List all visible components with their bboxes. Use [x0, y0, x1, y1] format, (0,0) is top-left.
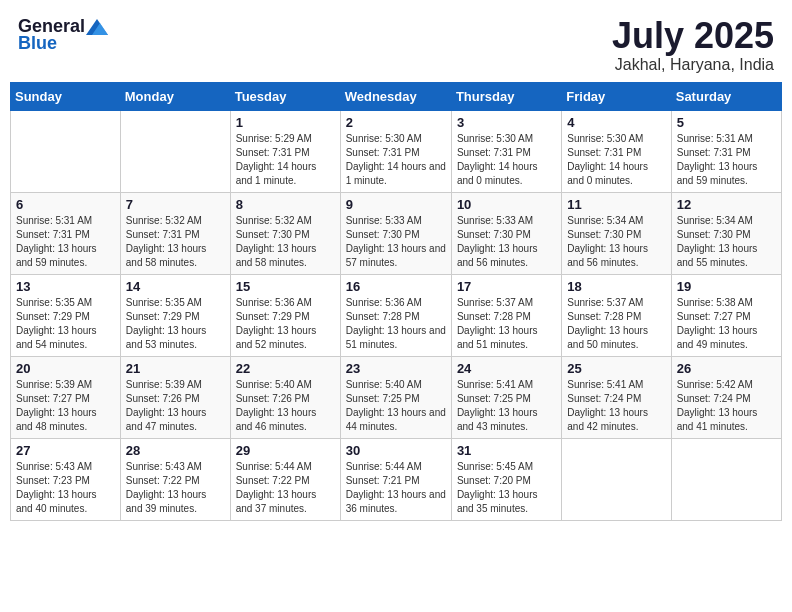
calendar-week-1: 1Sunrise: 5:29 AM Sunset: 7:31 PM Daylig… [11, 110, 782, 192]
calendar-body: 1Sunrise: 5:29 AM Sunset: 7:31 PM Daylig… [11, 110, 782, 520]
calendar-cell: 28Sunrise: 5:43 AM Sunset: 7:22 PM Dayli… [120, 438, 230, 520]
col-friday: Friday [562, 82, 671, 110]
day-info: Sunrise: 5:39 AM Sunset: 7:27 PM Dayligh… [16, 378, 115, 434]
calendar-cell: 9Sunrise: 5:33 AM Sunset: 7:30 PM Daylig… [340, 192, 451, 274]
day-number: 10 [457, 197, 556, 212]
day-info: Sunrise: 5:41 AM Sunset: 7:25 PM Dayligh… [457, 378, 556, 434]
calendar-cell [562, 438, 671, 520]
day-info: Sunrise: 5:35 AM Sunset: 7:29 PM Dayligh… [16, 296, 115, 352]
calendar-cell: 13Sunrise: 5:35 AM Sunset: 7:29 PM Dayli… [11, 274, 121, 356]
calendar-cell: 8Sunrise: 5:32 AM Sunset: 7:30 PM Daylig… [230, 192, 340, 274]
day-info: Sunrise: 5:29 AM Sunset: 7:31 PM Dayligh… [236, 132, 335, 188]
day-info: Sunrise: 5:44 AM Sunset: 7:22 PM Dayligh… [236, 460, 335, 516]
calendar-cell: 31Sunrise: 5:45 AM Sunset: 7:20 PM Dayli… [451, 438, 561, 520]
day-info: Sunrise: 5:36 AM Sunset: 7:29 PM Dayligh… [236, 296, 335, 352]
day-number: 28 [126, 443, 225, 458]
day-info: Sunrise: 5:30 AM Sunset: 7:31 PM Dayligh… [457, 132, 556, 188]
day-number: 7 [126, 197, 225, 212]
day-info: Sunrise: 5:40 AM Sunset: 7:26 PM Dayligh… [236, 378, 335, 434]
day-number: 4 [567, 115, 665, 130]
calendar-table: Sunday Monday Tuesday Wednesday Thursday… [10, 82, 782, 521]
calendar-cell [11, 110, 121, 192]
day-info: Sunrise: 5:36 AM Sunset: 7:28 PM Dayligh… [346, 296, 446, 352]
logo: General Blue [18, 16, 109, 54]
day-number: 9 [346, 197, 446, 212]
calendar-cell: 21Sunrise: 5:39 AM Sunset: 7:26 PM Dayli… [120, 356, 230, 438]
day-info: Sunrise: 5:34 AM Sunset: 7:30 PM Dayligh… [677, 214, 776, 270]
day-info: Sunrise: 5:41 AM Sunset: 7:24 PM Dayligh… [567, 378, 665, 434]
day-number: 20 [16, 361, 115, 376]
day-info: Sunrise: 5:44 AM Sunset: 7:21 PM Dayligh… [346, 460, 446, 516]
day-number: 26 [677, 361, 776, 376]
calendar-header: Sunday Monday Tuesday Wednesday Thursday… [11, 82, 782, 110]
day-number: 8 [236, 197, 335, 212]
day-info: Sunrise: 5:32 AM Sunset: 7:30 PM Dayligh… [236, 214, 335, 270]
day-info: Sunrise: 5:31 AM Sunset: 7:31 PM Dayligh… [16, 214, 115, 270]
col-saturday: Saturday [671, 82, 781, 110]
day-number: 29 [236, 443, 335, 458]
day-info: Sunrise: 5:30 AM Sunset: 7:31 PM Dayligh… [567, 132, 665, 188]
col-tuesday: Tuesday [230, 82, 340, 110]
day-number: 27 [16, 443, 115, 458]
day-number: 17 [457, 279, 556, 294]
day-number: 1 [236, 115, 335, 130]
calendar-cell: 26Sunrise: 5:42 AM Sunset: 7:24 PM Dayli… [671, 356, 781, 438]
day-info: Sunrise: 5:37 AM Sunset: 7:28 PM Dayligh… [567, 296, 665, 352]
day-number: 16 [346, 279, 446, 294]
day-number: 21 [126, 361, 225, 376]
day-number: 25 [567, 361, 665, 376]
day-info: Sunrise: 5:33 AM Sunset: 7:30 PM Dayligh… [346, 214, 446, 270]
calendar-cell: 14Sunrise: 5:35 AM Sunset: 7:29 PM Dayli… [120, 274, 230, 356]
calendar-cell: 23Sunrise: 5:40 AM Sunset: 7:25 PM Dayli… [340, 356, 451, 438]
col-wednesday: Wednesday [340, 82, 451, 110]
title-block: July 2025 Jakhal, Haryana, India [612, 16, 774, 74]
day-number: 3 [457, 115, 556, 130]
calendar-cell: 29Sunrise: 5:44 AM Sunset: 7:22 PM Dayli… [230, 438, 340, 520]
calendar-cell: 6Sunrise: 5:31 AM Sunset: 7:31 PM Daylig… [11, 192, 121, 274]
calendar-week-5: 27Sunrise: 5:43 AM Sunset: 7:23 PM Dayli… [11, 438, 782, 520]
day-info: Sunrise: 5:43 AM Sunset: 7:23 PM Dayligh… [16, 460, 115, 516]
day-info: Sunrise: 5:40 AM Sunset: 7:25 PM Dayligh… [346, 378, 446, 434]
calendar-cell: 24Sunrise: 5:41 AM Sunset: 7:25 PM Dayli… [451, 356, 561, 438]
day-number: 23 [346, 361, 446, 376]
calendar-week-4: 20Sunrise: 5:39 AM Sunset: 7:27 PM Dayli… [11, 356, 782, 438]
calendar-cell: 17Sunrise: 5:37 AM Sunset: 7:28 PM Dayli… [451, 274, 561, 356]
calendar-cell: 7Sunrise: 5:32 AM Sunset: 7:31 PM Daylig… [120, 192, 230, 274]
day-number: 5 [677, 115, 776, 130]
day-number: 14 [126, 279, 225, 294]
calendar-cell: 10Sunrise: 5:33 AM Sunset: 7:30 PM Dayli… [451, 192, 561, 274]
day-info: Sunrise: 5:30 AM Sunset: 7:31 PM Dayligh… [346, 132, 446, 188]
calendar-cell: 22Sunrise: 5:40 AM Sunset: 7:26 PM Dayli… [230, 356, 340, 438]
calendar-week-3: 13Sunrise: 5:35 AM Sunset: 7:29 PM Dayli… [11, 274, 782, 356]
col-sunday: Sunday [11, 82, 121, 110]
day-info: Sunrise: 5:39 AM Sunset: 7:26 PM Dayligh… [126, 378, 225, 434]
calendar-cell: 30Sunrise: 5:44 AM Sunset: 7:21 PM Dayli… [340, 438, 451, 520]
day-number: 11 [567, 197, 665, 212]
calendar-cell: 1Sunrise: 5:29 AM Sunset: 7:31 PM Daylig… [230, 110, 340, 192]
calendar-title: July 2025 [612, 16, 774, 56]
calendar-cell: 27Sunrise: 5:43 AM Sunset: 7:23 PM Dayli… [11, 438, 121, 520]
day-number: 22 [236, 361, 335, 376]
calendar-cell: 15Sunrise: 5:36 AM Sunset: 7:29 PM Dayli… [230, 274, 340, 356]
page-header: General Blue July 2025 Jakhal, Haryana, … [10, 10, 782, 74]
day-info: Sunrise: 5:38 AM Sunset: 7:27 PM Dayligh… [677, 296, 776, 352]
day-number: 12 [677, 197, 776, 212]
day-info: Sunrise: 5:35 AM Sunset: 7:29 PM Dayligh… [126, 296, 225, 352]
day-info: Sunrise: 5:34 AM Sunset: 7:30 PM Dayligh… [567, 214, 665, 270]
day-number: 31 [457, 443, 556, 458]
col-thursday: Thursday [451, 82, 561, 110]
day-number: 6 [16, 197, 115, 212]
logo-icon [86, 19, 108, 35]
day-info: Sunrise: 5:37 AM Sunset: 7:28 PM Dayligh… [457, 296, 556, 352]
calendar-cell [671, 438, 781, 520]
calendar-cell: 2Sunrise: 5:30 AM Sunset: 7:31 PM Daylig… [340, 110, 451, 192]
day-number: 13 [16, 279, 115, 294]
day-info: Sunrise: 5:42 AM Sunset: 7:24 PM Dayligh… [677, 378, 776, 434]
day-number: 2 [346, 115, 446, 130]
calendar-cell: 12Sunrise: 5:34 AM Sunset: 7:30 PM Dayli… [671, 192, 781, 274]
calendar-cell: 20Sunrise: 5:39 AM Sunset: 7:27 PM Dayli… [11, 356, 121, 438]
day-number: 30 [346, 443, 446, 458]
day-number: 18 [567, 279, 665, 294]
day-info: Sunrise: 5:33 AM Sunset: 7:30 PM Dayligh… [457, 214, 556, 270]
day-info: Sunrise: 5:31 AM Sunset: 7:31 PM Dayligh… [677, 132, 776, 188]
